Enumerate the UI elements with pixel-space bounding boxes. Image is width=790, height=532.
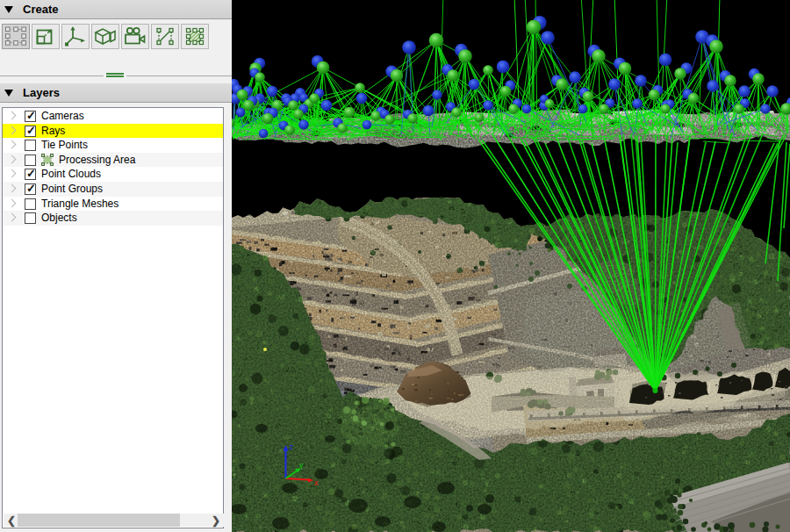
svg-text:x: x bbox=[314, 478, 319, 487]
svg-text:y: y bbox=[299, 461, 304, 470]
svg-text:z: z bbox=[290, 442, 294, 451]
